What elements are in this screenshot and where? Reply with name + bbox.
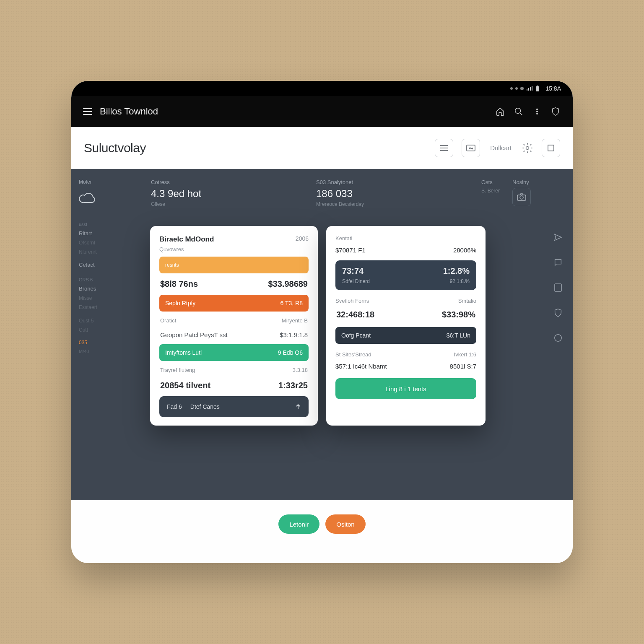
action-bar-orange[interactable]: Seplo Rtpfy 6 T3, R8 bbox=[159, 295, 309, 312]
sidebar-item[interactable]: Cetact bbox=[79, 262, 131, 268]
amount-left: $8l8 76ns bbox=[160, 279, 198, 289]
sidebar-item[interactable]: Oust 5 bbox=[79, 318, 131, 324]
more-icon[interactable] bbox=[532, 106, 543, 117]
svg-point-8 bbox=[526, 146, 529, 149]
amount-right: 1:33r25 bbox=[278, 381, 308, 390]
hdr-left: St Sites'Stread bbox=[335, 351, 371, 358]
svg-point-11 bbox=[520, 196, 523, 199]
preview-icon[interactable] bbox=[462, 139, 480, 157]
menu-icon[interactable] bbox=[83, 108, 92, 115]
action-bar-green[interactable]: Imtyftoms Lutl 9 Edb O6 bbox=[159, 344, 309, 361]
stat-tag: S03 Snalytonet bbox=[316, 179, 465, 185]
sidebar-item[interactable]: Esstaert bbox=[79, 304, 131, 310]
value-row: $57:1 Ic46t Nbamt 8501l S:7 bbox=[335, 363, 476, 370]
sidebar-group-head: GRS 6 bbox=[79, 277, 131, 282]
settings-icon[interactable] bbox=[522, 142, 533, 154]
shield-outline-icon[interactable] bbox=[553, 307, 564, 318]
secondary-pill-button[interactable]: Ositon bbox=[325, 514, 365, 534]
card-footer-button[interactable]: Fad 6 Dtef Canes bbox=[159, 396, 309, 417]
bar-label: Seplo Rtpfy bbox=[165, 300, 195, 306]
sidebar-item[interactable]: Ofsornl bbox=[79, 240, 131, 246]
primary-pill-button[interactable]: Letonir bbox=[278, 514, 319, 534]
status-bar: 15:8A bbox=[71, 81, 573, 96]
shield-icon[interactable] bbox=[550, 106, 561, 117]
camera-icon[interactable] bbox=[512, 188, 531, 206]
amount-right: $33.98689 bbox=[268, 279, 308, 289]
dark-left: Oofg Pcant bbox=[341, 332, 371, 339]
svg-point-0 bbox=[515, 108, 521, 114]
svg-rect-9 bbox=[548, 145, 554, 151]
header-row: Svetloh Forns Smtalio bbox=[335, 298, 476, 304]
val-right: 8501l S:7 bbox=[450, 363, 476, 370]
sidebar-top-label: Moter bbox=[79, 179, 131, 185]
stat-value: 4.3 9ed hot bbox=[151, 188, 299, 200]
sidebar-item[interactable]: Ritart bbox=[79, 230, 131, 236]
val-left: $70871 F1 bbox=[335, 247, 366, 254]
dark-right: $6:T LUn bbox=[447, 332, 470, 339]
status-time: 15:8A bbox=[545, 85, 561, 92]
stop-icon[interactable] bbox=[542, 139, 560, 157]
dullcart-label: Dullcart bbox=[490, 144, 512, 151]
card-footer-button[interactable]: Ling 8 i 1 tents bbox=[335, 378, 476, 399]
circle-icon[interactable] bbox=[553, 332, 564, 343]
sidebar-accent: 035 bbox=[79, 340, 131, 345]
amount-left: 32:468:18 bbox=[336, 310, 374, 319]
chat-icon[interactable] bbox=[553, 257, 564, 268]
stat-sub: Mrereoce Becsterday bbox=[316, 201, 465, 207]
sidebar-item[interactable]: Cutt bbox=[79, 327, 131, 333]
battery-icon bbox=[535, 86, 540, 91]
top-bar: Billos Townlod bbox=[71, 96, 573, 127]
pill-top-right: 1:2.8% bbox=[443, 266, 470, 276]
sidebar-item[interactable]: Nlurenrt bbox=[79, 249, 131, 255]
card-corner-number: 2006 bbox=[296, 235, 309, 242]
cloud-icon[interactable] bbox=[79, 191, 97, 207]
document-icon[interactable] bbox=[553, 282, 564, 293]
sidebar-item[interactable]: Misse bbox=[79, 295, 131, 301]
highlight-block: 73:74 1:2.8% Sdfel Dinerd 92 1:8.% bbox=[335, 260, 476, 290]
main-panel: Moter usst Ritart Ofsornl Nlurenrt Cetac… bbox=[71, 169, 573, 500]
detail-row: Geopon Patcl PeysT sst $3:1.9:1.8 bbox=[159, 330, 309, 340]
home-icon[interactable] bbox=[495, 106, 506, 117]
stat-mini: Nosiny bbox=[512, 179, 531, 500]
footer-label-a: Fad 6 bbox=[167, 403, 182, 410]
bar-label: resnts bbox=[165, 262, 179, 268]
meta-row: Oratict Miryente B bbox=[159, 316, 309, 325]
progress-bar-orange-light: resnts bbox=[159, 257, 309, 273]
hdr-right: Ivkert 1:6 bbox=[454, 351, 476, 358]
search-icon[interactable] bbox=[513, 106, 524, 117]
pill-bot-right: 92 1:8.% bbox=[450, 278, 470, 284]
mini-label: Nosiny bbox=[512, 179, 531, 185]
signal-icon bbox=[526, 86, 533, 91]
svg-point-3 bbox=[537, 113, 538, 114]
grid-menu-icon[interactable] bbox=[435, 139, 453, 157]
header-row: Kentatl bbox=[335, 235, 476, 242]
amount-row: 32:468:18 $33:98% bbox=[335, 308, 476, 321]
meta-left: Oratict bbox=[160, 317, 176, 324]
stat-sub: Gllese bbox=[151, 201, 299, 207]
status-indicator-dot bbox=[510, 87, 513, 90]
amount-row: $8l8 76ns $33.98689 bbox=[159, 278, 309, 291]
meta-left: Trayref fluteng bbox=[160, 367, 195, 373]
stat-tag: Cotress bbox=[151, 179, 299, 185]
app-title: Billos Townlod bbox=[100, 106, 158, 117]
brand-title: Suluctvolay bbox=[84, 141, 146, 155]
meta-right: Miryente B bbox=[282, 317, 308, 324]
val-right: 28006% bbox=[453, 247, 476, 254]
detail-left: Geopon Patcl PeysT sst bbox=[160, 331, 228, 338]
card-left: Biraelc MdOond 2006 Quvowres resnts $8l8… bbox=[150, 226, 318, 426]
dark-row[interactable]: Oofg Pcant $6:T LUn bbox=[335, 327, 476, 344]
footer-label: Ling 8 i 1 tents bbox=[385, 385, 426, 392]
pill-bot-left: Sdfel Dinerd bbox=[342, 278, 370, 284]
val-left: $57:1 Ic46t Nbamt bbox=[335, 363, 387, 370]
sidebar-accent-sub: M/40 bbox=[79, 349, 131, 354]
bottom-area: Letonir Ositon bbox=[71, 500, 573, 563]
arrow-up-icon bbox=[295, 404, 301, 410]
svg-point-13 bbox=[555, 335, 562, 342]
send-icon[interactable] bbox=[553, 232, 564, 243]
bar-value: 6 T3, R8 bbox=[280, 300, 303, 306]
bar-label: Imtyftoms Lutl bbox=[165, 349, 202, 356]
secondary-header: Suluctvolay Dullcart bbox=[71, 127, 573, 169]
sidebar-item[interactable]: Brones bbox=[79, 286, 131, 292]
card-title: Biraelc MdOond bbox=[159, 235, 309, 244]
amount-left: 20854 tilvent bbox=[160, 381, 210, 390]
